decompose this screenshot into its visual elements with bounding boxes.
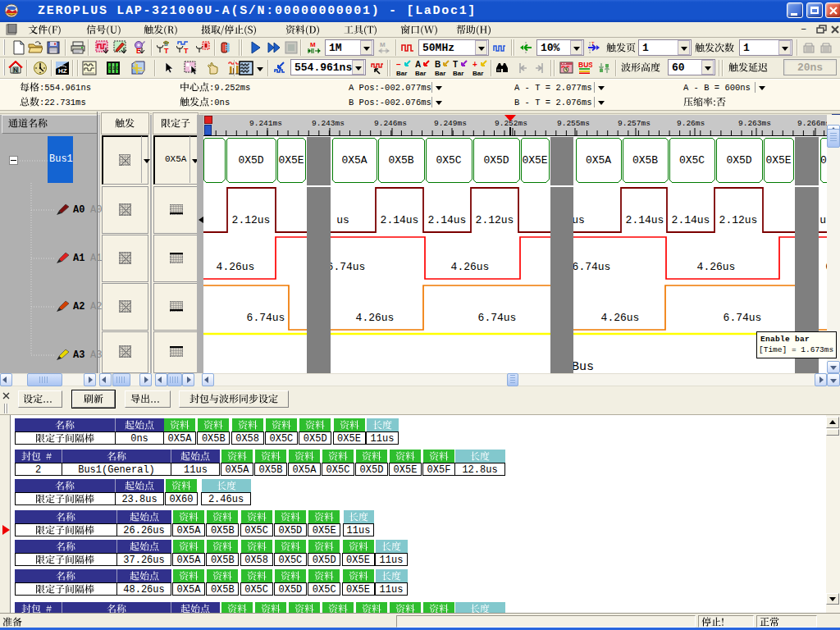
svg-text:B: B (164, 41, 168, 47)
svg-text:A: A (415, 60, 421, 69)
svg-text:M: M (380, 41, 386, 48)
svg-text:M: M (310, 41, 316, 48)
svg-text:Bar: Bar (396, 70, 407, 76)
svg-text:N: N (14, 67, 18, 73)
svg-text:T: T (591, 41, 595, 46)
svg-text:T: T (453, 60, 458, 69)
svg-text:–: – (396, 60, 401, 69)
svg-text:BUS: BUS (578, 61, 592, 69)
svg-text:Bar: Bar (435, 70, 445, 76)
svg-text:T: T (164, 47, 169, 55)
svg-text:T: T (184, 47, 189, 55)
svg-text:Bar: Bar (472, 70, 483, 76)
svg-text:HZ: HZ (58, 67, 67, 75)
svg-text:B: B (435, 60, 441, 69)
svg-text:+: + (472, 60, 477, 69)
svg-text:Bar: Bar (415, 70, 426, 76)
svg-text:Bar: Bar (453, 70, 463, 76)
